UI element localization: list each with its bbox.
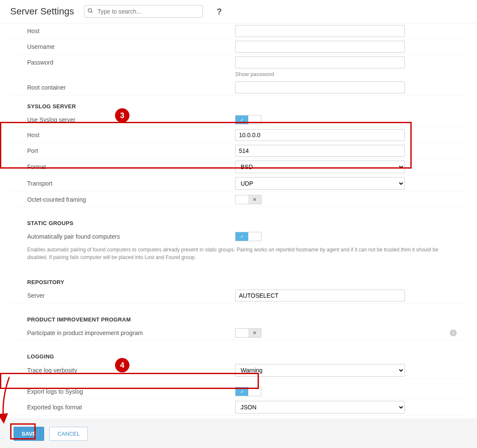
helper-autopair: Enables automatic pairing of found compu… [10,244,467,266]
row-autopair: Automatically pair found computers [10,229,467,244]
search-input[interactable] [84,5,203,18]
search-box [84,5,203,18]
heading-syslog: SYSLOG SERVER [10,96,467,112]
select-syslog-format[interactable]: BSD [235,161,405,173]
label-syslog-format: Format [27,163,235,170]
row-pip-participate: Participate in product improvement progr… [10,325,467,341]
label-host: Host [27,28,235,34]
heading-logging: LOGGING [10,346,467,362]
input-username[interactable] [235,41,405,53]
heading-pip: PRODUCT IMPROVEMENT PROGRAM [10,309,467,325]
search-icon [87,8,93,15]
input-password[interactable] [235,56,405,68]
label-pip-participate: Participate in product improvement progr… [27,330,235,336]
label-framing: Octet-counted framing [27,196,235,203]
label-autopair: Automatically pair found computers [27,233,235,240]
toggle-autopair[interactable] [235,232,261,241]
svg-line-1 [91,11,93,13]
input-root-container[interactable] [235,82,405,93]
heading-repository: REPOSITORY [10,271,467,288]
toggle-export-syslog[interactable] [235,387,261,396]
content: Host Username Password Show password Roo… [0,23,477,416]
footer: SAVE CANCEL [0,418,477,448]
check-icon [240,234,244,239]
row-syslog-transport: Transport UDP [10,175,467,192]
row-host: Host [10,23,467,39]
row-use-syslog: Use Syslog server [10,112,467,127]
label-export-format: Exported logs format [27,404,235,411]
row-syslog-port: Port [10,143,467,159]
label-repo-server: Server [27,292,235,299]
row-password: Password [10,55,467,70]
row-repo-server: Server [10,288,467,304]
label-use-syslog: Use Syslog server [27,116,235,123]
toggle-use-syslog[interactable] [235,115,261,124]
label-syslog-transport: Transport [27,180,235,187]
check-icon [240,389,244,394]
row-syslog-host: Host [10,127,467,143]
input-repo-server[interactable] [235,290,405,301]
row-framing: Octet-counted framing [10,192,467,207]
page-title: Server Settings [10,6,74,17]
heading-static-groups: STATIC GROUPS [10,212,467,229]
save-button[interactable]: SAVE [14,427,44,441]
row-export-format: Exported logs format JSON [10,399,467,416]
row-verbosity: Trace log verbosity Warning [10,362,467,379]
cancel-button[interactable]: CANCEL [49,427,88,441]
toggle-pip-participate[interactable] [235,328,261,338]
help-icon[interactable]: ? [216,7,222,17]
header: Server Settings ? [0,0,477,23]
check-icon [240,117,244,123]
label-verbosity: Trace log verbosity [27,367,235,374]
label-syslog-host: Host [27,132,235,138]
label-password: Password [27,59,235,66]
cross-icon [253,196,256,203]
input-syslog-host[interactable] [235,129,405,141]
input-syslog-port[interactable] [235,145,405,157]
select-verbosity[interactable]: Warning [235,364,405,377]
svg-point-0 [88,8,92,12]
label-export-syslog: Export logs to Syslog [27,388,235,395]
cross-icon [253,330,256,336]
info-icon[interactable]: i [450,330,457,336]
select-syslog-transport[interactable]: UDP [235,177,405,190]
input-host[interactable] [235,25,405,37]
label-root-container: Root container [27,84,235,91]
label-username: Username [27,43,235,50]
row-syslog-format: Format BSD [10,159,467,175]
row-root-container: Root container [10,80,467,96]
toggle-framing[interactable] [235,195,261,204]
row-export-syslog: Export logs to Syslog [10,384,467,399]
row-username: Username [10,39,467,55]
label-syslog-port: Port [27,147,235,154]
show-password-link[interactable]: Show password [10,70,467,77]
select-export-format[interactable]: JSON [235,401,405,414]
